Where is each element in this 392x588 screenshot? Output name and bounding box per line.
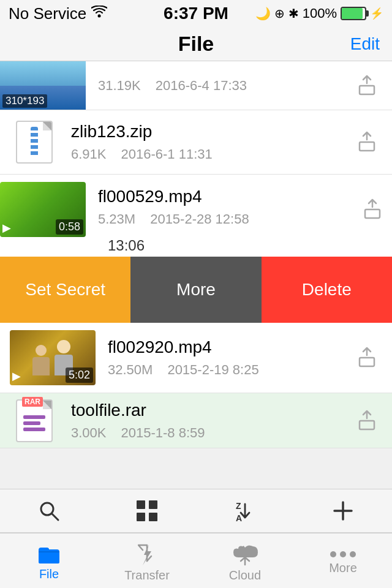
file-share-button[interactable] [352,131,382,153]
file-size: 6.91K [71,146,107,162]
bluetooth-icon: ✱ [288,6,299,21]
svg-rect-7 [137,500,145,509]
image-dimensions: 310*193 [2,94,47,108]
video-time: 13:06 [108,237,145,254]
tab-more[interactable]: More [294,546,392,575]
cloud-icon [232,544,258,566]
tab-cloud[interactable]: Cloud [196,539,294,582]
file-size: 5.23M [98,211,135,227]
svg-text:Z: Z [236,501,241,511]
file-info: 31.19K 2016-6-4 17:33 [98,78,352,94]
file-date: 2015-2-28 12:58 [150,211,249,227]
tab-bar: File Transfer Cloud More [0,533,392,588]
set-secret-button[interactable]: Set Secret [0,257,130,323]
file-meta: 5.23M 2015-2-28 12:58 [98,211,363,227]
svg-point-0 [98,15,101,18]
file-meta: 6.91K 2016-6-1 11:31 [71,146,352,162]
list-item[interactable]: zlib123.zip 6.91K 2016-6-1 11:31 [0,110,392,175]
svg-rect-3 [365,209,380,218]
wifi-icon [91,6,107,21]
transfer-icon [138,544,156,566]
video-duration: 5:02 [66,368,93,383]
file-size: 32.50M [108,362,153,378]
svg-rect-1 [360,86,374,94]
file-meta: 3.00K 2015-1-8 8:59 [71,425,352,441]
file-thumbnail [10,118,59,167]
file-thumbnail: ▶ 0:58 [0,182,86,237]
file-size: 31.19K [98,78,141,94]
file-info: zlib123.zip 6.91K 2016-6-1 11:31 [71,122,352,162]
list-item[interactable]: 310*193 31.19K 2016-6-4 17:33 [0,61,392,110]
tab-cloud-label: Cloud [229,568,261,582]
more-button[interactable]: More [130,257,261,323]
file-name: toolfile.rar [71,401,352,420]
svg-rect-4 [360,358,374,366]
upload-icon[interactable] [363,198,382,221]
play-icon: ▶ [2,221,11,235]
svg-rect-8 [149,500,157,509]
folder-icon [37,545,61,565]
sort-button[interactable]: Z A [224,496,266,526]
toolbar: Z A [0,489,392,533]
file-name: zlib123.zip [71,122,352,141]
video-duration: 0:58 [56,219,83,235]
play-icon: ▶ [12,369,21,383]
edit-button[interactable]: Edit [350,34,380,54]
status-right: 🌙 ⊕ ✱ 100% ⚡ [255,6,383,21]
status-time: 6:37 PM [164,4,228,23]
status-left: No Service [9,4,107,23]
svg-rect-9 [137,513,145,521]
svg-rect-5 [360,421,374,429]
file-thumbnail: RAR [10,396,59,445]
file-share-button[interactable] [352,75,382,97]
tab-file[interactable]: File [0,540,98,581]
nav-bar: File Edit [0,27,392,61]
status-bar: No Service 6:37 PM 🌙 ⊕ ✱ 100% ⚡ [0,0,392,27]
file-share-button[interactable] [352,347,382,369]
rar-tag: RAR [22,397,43,407]
search-icon [37,499,61,523]
carrier-text: No Service [9,4,86,23]
file-list: 310*193 31.19K 2016-6-4 17:33 zlib123.zi… [0,61,392,448]
list-item[interactable]: ▶ 5:02 fl002920.mp4 32.50M 2015-2-19 8:2… [0,323,392,393]
file-info: fl002920.mp4 32.50M 2015-2-19 8:25 [108,337,352,378]
search-button[interactable] [28,496,70,526]
delete-button[interactable]: Delete [262,257,392,323]
charging-icon: ⚡ [370,7,383,20]
upload-icon [357,75,377,97]
file-info: toolfile.rar 3.00K 2015-1-8 8:59 [71,401,352,441]
list-item[interactable]: RAR toolfile.rar 3.00K 2015-1-8 8:59 [0,393,392,448]
svg-text:A: A [236,513,242,522]
svg-rect-2 [360,142,374,151]
file-meta: 31.19K 2016-6-4 17:33 [98,78,352,94]
file-thumbnail: ▶ 5:02 [10,330,96,385]
tab-transfer-label: Transfer [124,568,170,582]
file-name: fl002920.mp4 [108,337,352,357]
battery-text: 100% [303,6,337,21]
file-thumbnail: 310*193 [0,61,86,110]
swipe-actions-bar: Set Secret More Delete [0,257,392,323]
grid-view-button[interactable] [126,496,168,526]
file-info: fl000529.mp4 5.23M 2015-2-28 12:58 [98,187,363,232]
file-date: 2016-6-1 11:31 [121,146,213,162]
page-title: File [178,32,214,56]
add-icon [331,499,355,523]
battery-indicator [341,7,366,20]
add-file-button[interactable] [322,496,364,526]
file-date: 2016-6-4 17:33 [156,78,247,94]
tab-more-label: More [329,561,357,575]
file-size: 3.00K [71,425,107,441]
file-date: 2015-2-19 8:25 [167,362,258,378]
file-date: 2015-1-8 8:59 [121,425,205,441]
tab-file-label: File [39,567,59,581]
lock-icon: ⊕ [274,6,285,21]
sort-icon: Z A [233,499,257,522]
grid-icon [135,499,159,522]
more-dots-icon [330,551,356,557]
file-share-button[interactable] [352,410,382,432]
file-meta: 32.50M 2015-2-19 8:25 [108,362,352,378]
svg-rect-10 [149,513,157,521]
moon-icon: 🌙 [255,6,271,21]
tab-transfer[interactable]: Transfer [98,539,196,582]
file-name: fl000529.mp4 [98,187,363,206]
